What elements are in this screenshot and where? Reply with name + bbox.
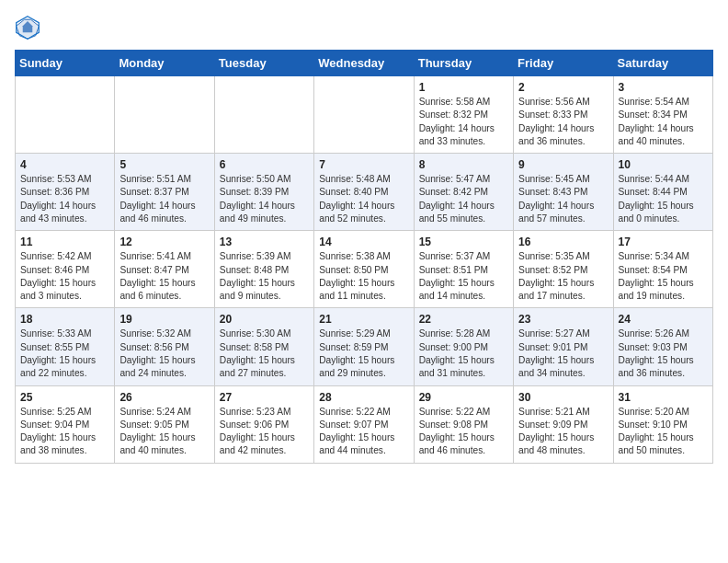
calendar-cell: 9Sunrise: 5:45 AM Sunset: 8:43 PM Daylig…	[514, 154, 613, 231]
day-info: Sunrise: 5:21 AM Sunset: 9:09 PM Dayligh…	[518, 406, 608, 458]
calendar-cell: 1Sunrise: 5:58 AM Sunset: 8:32 PM Daylig…	[414, 76, 513, 154]
day-info: Sunrise: 5:42 AM Sunset: 8:46 PM Dayligh…	[20, 250, 109, 303]
day-info: Sunrise: 5:44 AM Sunset: 8:44 PM Dayligh…	[619, 173, 708, 225]
day-number: 30	[518, 391, 608, 404]
day-number: 5	[119, 158, 209, 171]
weekday-header-row: SundayMondayTuesdayWednesdayThursdayFrid…	[16, 51, 713, 76]
day-info: Sunrise: 5:37 AM Sunset: 8:51 PM Dayligh…	[419, 250, 508, 303]
day-number: 1	[419, 81, 508, 94]
day-info: Sunrise: 5:25 AM Sunset: 9:04 PM Dayligh…	[20, 406, 109, 458]
calendar-cell: 2Sunrise: 5:56 AM Sunset: 8:33 PM Daylig…	[514, 76, 613, 154]
day-number: 21	[319, 313, 408, 326]
calendar-cell: 22Sunrise: 5:28 AM Sunset: 9:00 PM Dayli…	[414, 308, 513, 385]
day-number: 4	[20, 158, 109, 171]
calendar-cell: 3Sunrise: 5:54 AM Sunset: 8:34 PM Daylig…	[613, 76, 712, 154]
weekday-header-thursday: Thursday	[414, 51, 513, 76]
day-info: Sunrise: 5:58 AM Sunset: 8:32 PM Dayligh…	[419, 96, 508, 148]
day-info: Sunrise: 5:34 AM Sunset: 8:54 PM Dayligh…	[619, 250, 708, 303]
calendar-week-row: 18Sunrise: 5:33 AM Sunset: 8:55 PM Dayli…	[16, 308, 713, 385]
day-info: Sunrise: 5:27 AM Sunset: 9:01 PM Dayligh…	[518, 327, 608, 380]
day-info: Sunrise: 5:33 AM Sunset: 8:55 PM Dayligh…	[20, 327, 109, 380]
day-info: Sunrise: 5:30 AM Sunset: 8:58 PM Dayligh…	[220, 327, 309, 380]
calendar-week-row: 1Sunrise: 5:58 AM Sunset: 8:32 PM Daylig…	[16, 76, 713, 154]
logo-icon	[15, 15, 40, 40]
calendar-cell	[314, 76, 414, 154]
calendar-cell: 8Sunrise: 5:47 AM Sunset: 8:42 PM Daylig…	[414, 154, 513, 231]
day-number: 13	[220, 236, 309, 248]
calendar-week-row: 11Sunrise: 5:42 AM Sunset: 8:46 PM Dayli…	[16, 231, 713, 308]
weekday-header-sunday: Sunday	[16, 51, 115, 76]
day-info: Sunrise: 5:24 AM Sunset: 9:05 PM Dayligh…	[119, 406, 209, 458]
calendar-cell: 26Sunrise: 5:24 AM Sunset: 9:05 PM Dayli…	[115, 385, 214, 463]
calendar-cell: 16Sunrise: 5:35 AM Sunset: 8:52 PM Dayli…	[514, 231, 613, 308]
day-number: 16	[518, 236, 608, 248]
calendar-cell: 17Sunrise: 5:34 AM Sunset: 8:54 PM Dayli…	[613, 231, 712, 308]
calendar-cell: 31Sunrise: 5:20 AM Sunset: 9:10 PM Dayli…	[613, 385, 712, 463]
calendar-cell: 5Sunrise: 5:51 AM Sunset: 8:37 PM Daylig…	[115, 154, 214, 231]
logo	[15, 15, 44, 40]
day-number: 24	[619, 313, 708, 326]
day-info: Sunrise: 5:28 AM Sunset: 9:00 PM Dayligh…	[419, 327, 508, 380]
calendar-cell: 28Sunrise: 5:22 AM Sunset: 9:07 PM Dayli…	[314, 385, 414, 463]
day-number: 23	[518, 313, 608, 326]
calendar-cell: 21Sunrise: 5:29 AM Sunset: 8:59 PM Dayli…	[314, 308, 414, 385]
day-number: 19	[119, 313, 209, 326]
day-number: 27	[220, 391, 309, 404]
day-info: Sunrise: 5:51 AM Sunset: 8:37 PM Dayligh…	[119, 173, 209, 225]
day-info: Sunrise: 5:26 AM Sunset: 9:03 PM Dayligh…	[619, 327, 708, 380]
day-number: 18	[20, 313, 109, 326]
calendar-cell: 25Sunrise: 5:25 AM Sunset: 9:04 PM Dayli…	[16, 385, 115, 463]
day-number: 15	[419, 236, 508, 248]
day-number: 28	[319, 391, 408, 404]
day-number: 20	[220, 313, 309, 326]
calendar-cell: 19Sunrise: 5:32 AM Sunset: 8:56 PM Dayli…	[115, 308, 214, 385]
calendar-week-row: 4Sunrise: 5:53 AM Sunset: 8:36 PM Daylig…	[16, 154, 713, 231]
day-info: Sunrise: 5:47 AM Sunset: 8:42 PM Dayligh…	[419, 173, 508, 225]
page-header	[15, 15, 713, 40]
day-info: Sunrise: 5:50 AM Sunset: 8:39 PM Dayligh…	[220, 173, 309, 225]
day-number: 11	[20, 236, 109, 248]
day-number: 7	[319, 158, 408, 171]
day-number: 6	[220, 158, 309, 171]
calendar-cell: 24Sunrise: 5:26 AM Sunset: 9:03 PM Dayli…	[613, 308, 712, 385]
day-info: Sunrise: 5:38 AM Sunset: 8:50 PM Dayligh…	[319, 250, 408, 303]
day-info: Sunrise: 5:23 AM Sunset: 9:06 PM Dayligh…	[220, 406, 309, 458]
day-info: Sunrise: 5:45 AM Sunset: 8:43 PM Dayligh…	[518, 173, 608, 225]
weekday-header-friday: Friday	[514, 51, 613, 76]
calendar-cell: 30Sunrise: 5:21 AM Sunset: 9:09 PM Dayli…	[514, 385, 613, 463]
day-number: 29	[419, 391, 508, 404]
day-info: Sunrise: 5:41 AM Sunset: 8:47 PM Dayligh…	[119, 250, 209, 303]
calendar-cell: 18Sunrise: 5:33 AM Sunset: 8:55 PM Dayli…	[16, 308, 115, 385]
weekday-header-saturday: Saturday	[613, 51, 712, 76]
day-info: Sunrise: 5:29 AM Sunset: 8:59 PM Dayligh…	[319, 327, 408, 380]
calendar-cell: 13Sunrise: 5:39 AM Sunset: 8:48 PM Dayli…	[214, 231, 313, 308]
day-info: Sunrise: 5:20 AM Sunset: 9:10 PM Dayligh…	[619, 406, 708, 458]
calendar-cell: 12Sunrise: 5:41 AM Sunset: 8:47 PM Dayli…	[115, 231, 214, 308]
day-info: Sunrise: 5:54 AM Sunset: 8:34 PM Dayligh…	[619, 96, 708, 148]
day-info: Sunrise: 5:53 AM Sunset: 8:36 PM Dayligh…	[20, 173, 109, 225]
day-number: 9	[518, 158, 608, 171]
day-info: Sunrise: 5:22 AM Sunset: 9:08 PM Dayligh…	[419, 406, 508, 458]
calendar-cell: 15Sunrise: 5:37 AM Sunset: 8:51 PM Dayli…	[414, 231, 513, 308]
weekday-header-tuesday: Tuesday	[214, 51, 313, 76]
calendar-cell	[115, 76, 214, 154]
day-number: 10	[619, 158, 708, 171]
day-number: 26	[119, 391, 209, 404]
day-info: Sunrise: 5:35 AM Sunset: 8:52 PM Dayligh…	[518, 250, 608, 303]
calendar-cell	[16, 76, 115, 154]
day-info: Sunrise: 5:56 AM Sunset: 8:33 PM Dayligh…	[518, 96, 608, 148]
day-number: 12	[119, 236, 209, 248]
day-number: 31	[619, 391, 708, 404]
day-info: Sunrise: 5:39 AM Sunset: 8:48 PM Dayligh…	[220, 250, 309, 303]
calendar-week-row: 25Sunrise: 5:25 AM Sunset: 9:04 PM Dayli…	[16, 385, 713, 463]
day-info: Sunrise: 5:48 AM Sunset: 8:40 PM Dayligh…	[319, 173, 408, 225]
calendar-cell: 20Sunrise: 5:30 AM Sunset: 8:58 PM Dayli…	[214, 308, 313, 385]
day-number: 17	[619, 236, 708, 248]
calendar-cell: 27Sunrise: 5:23 AM Sunset: 9:06 PM Dayli…	[214, 385, 313, 463]
day-info: Sunrise: 5:32 AM Sunset: 8:56 PM Dayligh…	[119, 327, 209, 380]
calendar-cell: 23Sunrise: 5:27 AM Sunset: 9:01 PM Dayli…	[514, 308, 613, 385]
calendar-cell: 6Sunrise: 5:50 AM Sunset: 8:39 PM Daylig…	[214, 154, 313, 231]
calendar-cell: 7Sunrise: 5:48 AM Sunset: 8:40 PM Daylig…	[314, 154, 414, 231]
calendar-cell: 14Sunrise: 5:38 AM Sunset: 8:50 PM Dayli…	[314, 231, 414, 308]
calendar-cell	[214, 76, 313, 154]
